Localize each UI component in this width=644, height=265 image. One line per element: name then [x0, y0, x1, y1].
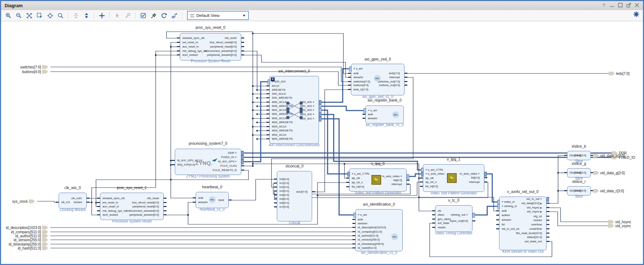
- port-axi_gpio_zed_0-buttons[4:0][interactable]: buttons[4:0]: [353, 84, 369, 87]
- validate-design-button[interactable]: [139, 11, 147, 20]
- port-v_axi4s_vid_out_0-vid_hsync[interactable]: vid_hsync▶: [527, 206, 542, 210]
- port-v_tpg_0-fid[0:0][interactable]: fid[0:0]: [393, 179, 402, 182]
- port-xlconcat_0-In0[0:0][interactable]: In0[0:0]: [279, 178, 289, 181]
- external-port-vid_hsync[interactable]: vid_hsync: [608, 220, 631, 224]
- port-proc_sys_reset_1-slowest_sync_clk[interactable]: slowest_sync_clk: [102, 197, 125, 200]
- zoom-in-button[interactable]: [4, 11, 13, 20]
- bus-expand-icon[interactable]: +: [353, 67, 355, 70]
- port-axi_gpio_zed_0-aresetn[interactable]: aresetn: [353, 76, 363, 79]
- port-v_tc_0-sof_state[interactable]: sof_state: [438, 221, 449, 225]
- maximize-button[interactable]: [617, 2, 624, 8]
- bus-expand-icon[interactable]: +: [425, 168, 427, 171]
- port-v_tpg_1-s_axis_video[interactable]: +s_axis_video: [425, 172, 444, 176]
- bus-expand-icon[interactable]: +: [312, 104, 314, 108]
- port-xlslice_g-Dout[3:0][interactable]: Dout[3:0]: [575, 171, 586, 175]
- external-port-sys_clock[interactable]: sys_clock: [12, 199, 35, 203]
- port-axi_identification_0-id_version[255:0][interactable]: id_version[255:0]: [358, 238, 380, 242]
- port-proc_sys_reset_0-peripheral_reset[0:0][interactable]: peripheral_reset[0:0]: [210, 45, 237, 49]
- port-v_tpg_0-m_axis_video[interactable]: m_axis_video+: [382, 175, 402, 178]
- port-v_axi4s_vid_out_0-vtiming_in[interactable]: +vtiming_in: [502, 205, 517, 208]
- port-axi_identification_0-s_axi[interactable]: +s_axi: [358, 213, 367, 217]
- port-v_tpg_1-interrupt[interactable]: interrupt: [469, 180, 480, 184]
- external-port-vid_data_b[3:0][interactable]: vid_data_b[3:0]: [593, 154, 625, 158]
- port-proc_sys_reset_1-peripheral_aresetn[0:0][interactable]: peripheral_aresetn[0:0]: [129, 213, 159, 217]
- optimize-routing-button[interactable]: [170, 11, 179, 20]
- external-port-vid_data_g[3:0][interactable]: vid_data_g[3:0]: [593, 171, 625, 175]
- port-axi_gpio_zed_0-buttons_out[4:0][interactable]: buttons_out[4:0]: [379, 84, 400, 87]
- close-button[interactable]: [634, 2, 640, 8]
- port-processing_system7_0-DDR[interactable]: DDR+: [228, 151, 237, 155]
- port-proc_sys_reset_0-aux_reset_in[interactable]: aux_reset_in: [182, 45, 199, 49]
- port-v_axi4s_vid_out_0-locked[interactable]: locked: [534, 219, 542, 222]
- bus-expand-icon[interactable]: +: [235, 156, 237, 159]
- bus-expand-icon[interactable]: +: [502, 205, 503, 208]
- port-axi_gpio_zed_0-leds_in[7:0][interactable]: leds_in[7:0]: [353, 88, 368, 91]
- port-xlconcat_0-In3[0:0][interactable]: In3[0:0]: [279, 189, 289, 193]
- zoom-fit-button[interactable]: [25, 11, 33, 20]
- port-v_axi4s_vid_out_0-overflow[interactable]: overflow: [531, 223, 542, 226]
- external-port-id_hash[511:0][interactable]: id_hash[511:0]: [18, 246, 48, 250]
- autofit-selection-button[interactable]: [46, 11, 54, 20]
- signal-wire[interactable]: [229, 179, 277, 200]
- port-clk_wiz_0-locked[interactable]: locked: [74, 201, 82, 204]
- port-v_axi4s_vid_out_0-underflow[interactable]: underflow: [529, 227, 542, 231]
- port-v_tpg_1-fid[0:0][interactable]: fid[0:0]: [471, 176, 480, 180]
- port-proc_sys_reset_1-bus_struct_reset[0:0][interactable]: bus_struct_reset[0:0]: [132, 201, 159, 205]
- design-canvas[interactable]: proc_sys_reset_0Processor System Resetsl…: [1, 21, 643, 264]
- external-port-id_company[511:0][interactable]: id_company[511:0]: [11, 230, 48, 234]
- port-axi_interconnect_0-M03_ACLK[interactable]: M03_ACLK: [272, 125, 287, 129]
- port-v_axi4s_vid_out_0-video_in[interactable]: +video_in: [502, 200, 515, 204]
- window-titlebar[interactable]: Diagram ?: [1, 1, 643, 10]
- bus-expand-icon[interactable]: +: [368, 109, 370, 112]
- minimize-button[interactable]: [609, 2, 615, 8]
- port-axi_gpio_zed_0-s_axi[interactable]: +s_axi: [353, 67, 362, 71]
- signal-wire[interactable]: [37, 201, 59, 202]
- port-v_tc_0-gen_clken[interactable]: gen_clken: [438, 217, 451, 221]
- port-axi_interconnect_0-ARESETN[interactable]: ARESETN: [272, 88, 286, 92]
- bus-expand-icon[interactable]: +: [312, 100, 314, 104]
- bus-expand-icon[interactable]: +: [466, 213, 468, 216]
- port-v_axi4s_vid_out_0-fid[interactable]: fid: [502, 223, 504, 226]
- port-v_tc_0-vtiming_out[interactable]: vtiming_out+: [451, 213, 468, 217]
- port-xlslice_r-Dout[3:0][interactable]: Dout[3:0]: [575, 189, 586, 193]
- external-port-leds[7:0][interactable]: leds[7:0]: [609, 72, 630, 76]
- port-v_tpg_0-ap_clk[interactable]: ap_clk: [352, 176, 360, 180]
- port-axi_register_bank_0-aresetn[interactable]: aresetn: [368, 117, 378, 120]
- port-v_tc_0-clk[interactable]: clk: [438, 209, 441, 213]
- bus-expand-icon[interactable]: +: [502, 200, 503, 203]
- interface-wire[interactable]: [472, 206, 499, 215]
- port-xlconcat_0-In2[0:0][interactable]: In2[0:0]: [279, 185, 289, 189]
- port-xlconcat_0-In6[0:0][interactable]: In6[0:0]: [279, 201, 289, 205]
- port-axi_identification_0-aclk[interactable]: aclk: [358, 218, 363, 221]
- port-v_tpg_1-ap_clk[interactable]: ap_clk: [425, 176, 434, 180]
- bus-expand-icon[interactable]: +: [478, 172, 480, 175]
- port-v_tpg_0-ap_rst_n[interactable]: ap_rst_n: [352, 181, 363, 184]
- port-v_tc_0-clken[interactable]: clken: [438, 213, 444, 217]
- port-xlconcat_0-In7[0:0][interactable]: In7[0:0]: [279, 205, 289, 209]
- external-port-buttons[4:0][interactable]: buttons[4:0]: [22, 70, 48, 74]
- port-axi_gpio_zed_0-leds[7:0][interactable]: leds[7:0]: [389, 72, 400, 75]
- port-axi_identification_0-id_hash[511:0][interactable]: id_hash[511:0]: [358, 246, 376, 250]
- port-axi_gpio_zed_0-switches[7:0][interactable]: switches[7:0]: [353, 80, 370, 84]
- port-axi_interconnect_0-M04_ACLK[interactable]: M04_ACLK: [272, 133, 287, 137]
- port-proc_sys_reset_0-peripheral_aresetn[0:0][interactable]: peripheral_aresetn[0:0]: [207, 53, 237, 57]
- external-port-vid_data_r[3:0][interactable]: vid_data_r[3:0]: [593, 189, 624, 193]
- port-proc_sys_reset_0-dcm_locked[interactable]: dcm_locked: [182, 53, 198, 57]
- signal-wire[interactable]: [547, 212, 608, 226]
- expand-hierarchy-button[interactable]: [82, 11, 91, 20]
- bus-expand-icon[interactable]: +: [425, 172, 427, 175]
- port-heartbeat_0-aclk[interactable]: aclk: [198, 196, 203, 200]
- port-v_tpg_0-fid_in[0:0][interactable]: fid_in[0:0]: [352, 185, 364, 189]
- port-clk_wiz_0-clk_in1[interactable]: clk_in1: [61, 201, 70, 204]
- port-v_tpg_1-m_axis_video[interactable]: m_axis_video+: [460, 172, 480, 176]
- bus-expand-icon[interactable]: +: [312, 117, 314, 120]
- port-v_axi4s_vid_out_0-aclken[interactable]: aclken: [502, 214, 510, 217]
- port-axi_identification_0-id_timestamp[255:0][interactable]: id_timestamp[255:0]: [358, 242, 384, 246]
- interface-wire[interactable]: [241, 82, 269, 162]
- bus-expand-icon[interactable]: +: [358, 213, 360, 216]
- port-axi_interconnect_0-ACLK[interactable]: ACLK: [272, 84, 279, 88]
- bus-expand-icon[interactable]: +: [235, 160, 237, 163]
- port-v_tc_0-resetn[interactable]: resetn: [438, 226, 446, 229]
- external-port-id_timestamp[255:0][interactable]: id_timestamp[255:0]: [9, 242, 48, 246]
- port-clk_wiz_0-clk_out1[interactable]: clk_out1: [71, 197, 82, 200]
